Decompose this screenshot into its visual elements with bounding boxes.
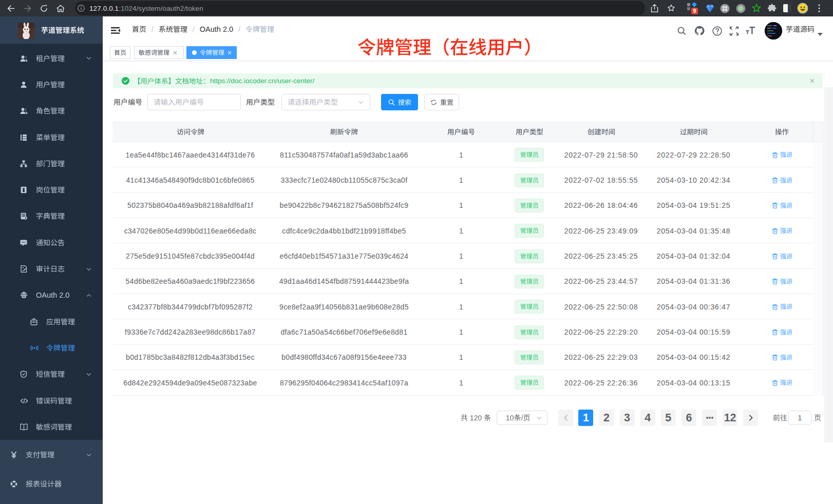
svg-text:9: 9 xyxy=(693,8,696,14)
